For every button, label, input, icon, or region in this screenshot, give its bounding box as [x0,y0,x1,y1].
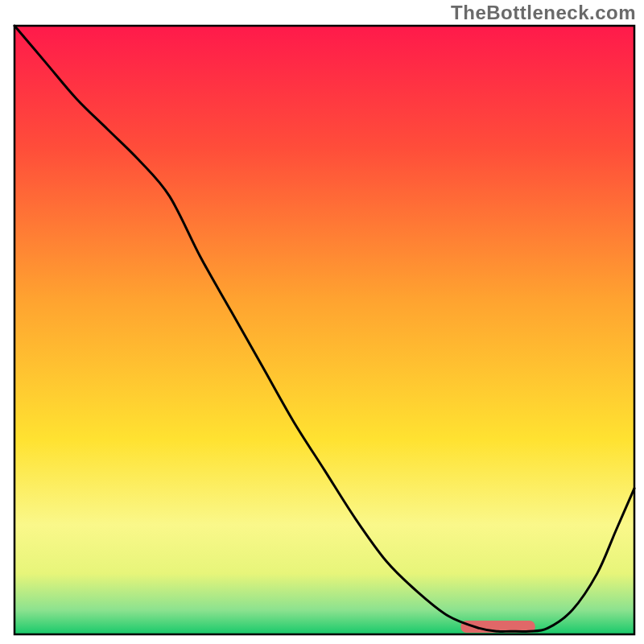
watermark-label: TheBottleneck.com [451,2,636,24]
chart-stage: TheBottleneck.com [0,0,644,644]
plot-area [14,26,634,634]
bottleneck-chart [0,0,644,644]
